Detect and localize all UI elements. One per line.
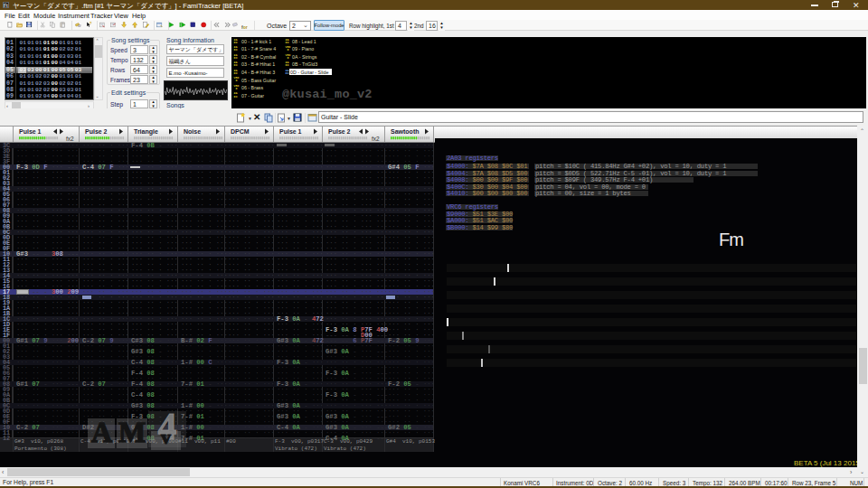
svg-text:?: ? bbox=[90, 22, 92, 25]
